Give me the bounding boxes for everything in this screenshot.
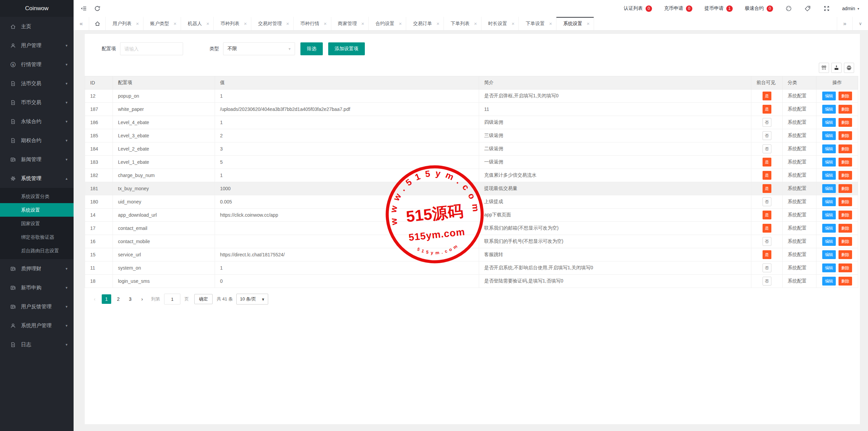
close-icon[interactable]: × — [587, 21, 590, 26]
tab-item[interactable]: 币种行情× — [294, 17, 331, 30]
goto-page-input[interactable] — [164, 294, 180, 305]
tab-item[interactable]: 币种列表× — [214, 17, 251, 30]
sidebar-subitem[interactable]: 系统设置分类 — [0, 190, 74, 203]
sidebar-item[interactable]: 用户管理▾ — [0, 36, 74, 55]
header-badge-item[interactable]: 充币申请0 — [664, 5, 692, 12]
edit-button[interactable]: 编辑 — [822, 118, 836, 127]
close-icon[interactable]: × — [399, 21, 402, 26]
delete-button[interactable]: 删除 — [839, 184, 852, 193]
sidebar-item[interactable]: 日志▾ — [0, 335, 74, 354]
per-page-select[interactable]: 10 条/页 ∨ — [236, 294, 269, 305]
tab-item[interactable]: 用户列表× — [106, 17, 143, 30]
close-icon[interactable]: × — [174, 21, 177, 26]
type-select[interactable]: 不限 ▾ — [223, 42, 295, 55]
edit-button[interactable]: 编辑 — [822, 131, 836, 140]
close-icon[interactable]: × — [361, 21, 364, 26]
delete-button[interactable]: 删除 — [839, 237, 852, 246]
sidebar-item[interactable]: 永续合约▾ — [0, 112, 74, 131]
sidebar-item[interactable]: $行情管理▾ — [0, 55, 74, 74]
user-menu[interactable]: admin ▾ — [842, 6, 859, 11]
close-icon[interactable]: × — [206, 21, 210, 26]
prev-page-button[interactable]: ‹ — [90, 294, 99, 304]
sidebar-subitem[interactable]: 后台路由日志设置 — [0, 244, 74, 257]
tab-item[interactable]: 下单设置× — [519, 17, 556, 30]
delete-button[interactable]: 删除 — [839, 158, 852, 166]
close-icon[interactable]: × — [549, 21, 552, 26]
config-search-input[interactable] — [120, 42, 183, 55]
tag-icon[interactable] — [804, 5, 811, 12]
page-number[interactable]: 3 — [125, 294, 135, 304]
add-setting-button[interactable]: 添加设置项 — [328, 42, 365, 55]
delete-button[interactable]: 删除 — [839, 277, 852, 286]
edit-button[interactable]: 编辑 — [822, 105, 836, 114]
sidebar-item[interactable]: 新闻管理▾ — [0, 150, 74, 169]
sidebar-subitem[interactable]: 系统设置 — [0, 203, 74, 217]
tab-item[interactable]: 交易对管理× — [251, 17, 294, 30]
edit-button[interactable]: 编辑 — [822, 197, 836, 206]
sidebar-item[interactable]: 法币交易▾ — [0, 74, 74, 93]
edit-button[interactable]: 编辑 — [822, 144, 836, 153]
tabs-scroll-left-button[interactable]: « — [74, 17, 89, 30]
sidebar-item[interactable]: 系统用户管理▾ — [0, 316, 74, 335]
delete-button[interactable]: 删除 — [839, 263, 852, 272]
close-icon[interactable]: × — [286, 21, 289, 26]
tab-item[interactable]: 交易订单× — [406, 17, 444, 30]
fullscreen-icon[interactable] — [823, 5, 830, 12]
sidebar-item[interactable]: 期权合约▾ — [0, 131, 74, 150]
header-badge-item[interactable]: 极速合约0 — [745, 5, 773, 12]
print-icon[interactable] — [844, 63, 854, 73]
delete-button[interactable]: 删除 — [839, 250, 852, 259]
tab-item[interactable]: 下单列表× — [444, 17, 481, 30]
home-tab[interactable] — [89, 17, 106, 30]
export-icon[interactable] — [831, 63, 842, 73]
close-icon[interactable]: × — [512, 21, 515, 26]
delete-button[interactable]: 删除 — [839, 92, 852, 100]
delete-button[interactable]: 删除 — [839, 197, 852, 206]
page-number[interactable]: 2 — [114, 294, 123, 304]
sidebar-item[interactable]: 主页 — [0, 17, 74, 36]
sidebar-item[interactable]: 质押理财▾ — [0, 259, 74, 278]
sidebar-subitem[interactable]: 绑定谷歌验证器 — [0, 230, 74, 244]
delete-button[interactable]: 删除 — [839, 171, 852, 180]
tabs-menu-button[interactable]: ∨ — [852, 17, 868, 30]
delete-button[interactable]: 删除 — [839, 144, 852, 153]
confirm-button[interactable]: 确定 — [194, 294, 213, 304]
edit-button[interactable]: 编辑 — [822, 92, 836, 100]
edit-button[interactable]: 编辑 — [822, 224, 836, 233]
header-badge-item[interactable]: 认证列表0 — [624, 5, 652, 12]
page-number[interactable]: 1 — [102, 294, 111, 304]
tab-item[interactable]: 时长设置× — [481, 17, 519, 30]
tab-item[interactable]: 商家管理× — [331, 17, 369, 30]
edit-button[interactable]: 编辑 — [822, 263, 836, 272]
close-icon[interactable]: × — [436, 21, 439, 26]
edit-button[interactable]: 编辑 — [822, 211, 836, 219]
delete-button[interactable]: 删除 — [839, 224, 852, 233]
header-badge-item[interactable]: 提币申请1 — [705, 5, 733, 12]
delete-button[interactable]: 删除 — [839, 211, 852, 219]
tab-item[interactable]: 合约设置× — [369, 17, 406, 30]
refresh-icon[interactable] — [91, 0, 104, 17]
next-page-button[interactable]: › — [137, 294, 147, 304]
tabs-scroll-right-button[interactable]: » — [837, 17, 852, 30]
edit-button[interactable]: 编辑 — [822, 237, 836, 246]
edit-button[interactable]: 编辑 — [822, 184, 836, 193]
edit-button[interactable]: 编辑 — [822, 171, 836, 180]
delete-button[interactable]: 删除 — [839, 131, 852, 140]
close-icon[interactable]: × — [136, 21, 139, 26]
delete-button[interactable]: 删除 — [839, 118, 852, 127]
close-icon[interactable]: × — [244, 21, 247, 26]
sidebar-item[interactable]: 用户反馈管理▾ — [0, 297, 74, 316]
sidebar-item[interactable]: 币币交易▾ — [0, 93, 74, 112]
edit-button[interactable]: 编辑 — [822, 158, 836, 166]
columns-icon[interactable] — [819, 63, 829, 73]
filter-button[interactable]: 筛选 — [300, 42, 323, 55]
menu-collapse-icon[interactable] — [77, 0, 91, 17]
close-icon[interactable]: × — [474, 21, 477, 26]
sidebar-item[interactable]: 系统管理▴ — [0, 169, 74, 188]
tab-item[interactable]: 机器人× — [181, 17, 214, 30]
theme-icon[interactable] — [785, 5, 792, 12]
sidebar-subitem[interactable]: 国家设置 — [0, 217, 74, 230]
tab-active[interactable]: 系统设置× — [556, 17, 594, 30]
close-icon[interactable]: × — [324, 21, 327, 26]
sidebar-item[interactable]: 新币申购▾ — [0, 278, 74, 297]
